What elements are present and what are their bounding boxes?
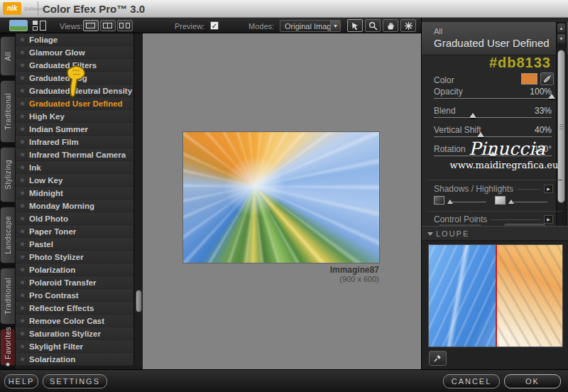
star-icon[interactable]: ★ bbox=[19, 48, 29, 56]
slider-track[interactable] bbox=[434, 98, 552, 99]
star-icon[interactable]: ★ bbox=[19, 125, 29, 133]
loupe-image[interactable] bbox=[428, 244, 563, 347]
star-icon[interactable]: ★ bbox=[19, 87, 29, 94]
pointing-hand-graphic bbox=[65, 65, 87, 99]
loupe-header[interactable]: LOUPE bbox=[422, 226, 568, 241]
star-icon[interactable]: ★ bbox=[19, 291, 29, 299]
filter-item-skylight-filter[interactable]: ★Skylight Filter bbox=[16, 340, 133, 353]
tab-stylizing[interactable]: Stylizing bbox=[0, 147, 15, 202]
filter-item-foliage[interactable]: ★Foliage bbox=[16, 33, 133, 46]
filter-item-infrared-film[interactable]: ★Infrared Film bbox=[16, 136, 133, 148]
star-icon[interactable]: ★ bbox=[19, 61, 29, 69]
select-arrow-tool-button[interactable] bbox=[347, 19, 363, 32]
slider-handle[interactable] bbox=[469, 113, 476, 118]
eyedropper-button[interactable] bbox=[540, 72, 554, 85]
filter-item-solarization[interactable]: ★Solarization bbox=[16, 353, 133, 366]
filter-item-old-photo[interactable]: ★Old Photo bbox=[16, 212, 133, 225]
star-icon[interactable]: ★ bbox=[19, 36, 29, 43]
image-thumbnail-icon[interactable] bbox=[9, 20, 28, 31]
filter-item-ink[interactable]: ★Ink bbox=[16, 161, 133, 174]
star-icon[interactable]: ★ bbox=[19, 189, 29, 197]
filter-item-low-key[interactable]: ★Low Key bbox=[16, 174, 133, 187]
shadows-expand-icon[interactable]: ▶ bbox=[544, 185, 553, 193]
star-icon[interactable]: ★ bbox=[19, 253, 29, 261]
star-icon[interactable]: ★ bbox=[19, 304, 29, 312]
tab-landscape[interactable]: Landscape bbox=[0, 207, 15, 263]
star-icon[interactable]: ★ bbox=[19, 163, 29, 171]
slider-track[interactable] bbox=[434, 117, 552, 118]
ok-button[interactable]: OK bbox=[504, 374, 561, 388]
settings-button[interactable]: SETTINGS bbox=[43, 374, 107, 388]
preview-checkbox[interactable]: ✓ bbox=[210, 21, 219, 30]
star-icon[interactable]: ★ bbox=[19, 138, 29, 146]
filter-item-monday-morning[interactable]: ★Monday Morning bbox=[16, 200, 133, 212]
slider-handle[interactable] bbox=[477, 132, 484, 137]
shadows-highlights-label: Shadows / Highlights bbox=[434, 184, 517, 194]
filter-item-midnight[interactable]: ★Midnight bbox=[16, 187, 133, 200]
star-icon[interactable]: ★ bbox=[19, 99, 29, 107]
filter-item-high-key[interactable]: ★High Key bbox=[16, 110, 133, 123]
zoom-tool-button[interactable] bbox=[365, 19, 381, 32]
tab-traditional[interactable]: Traditional bbox=[0, 80, 15, 143]
watermark-name: Pinuccia bbox=[450, 138, 564, 159]
view-mode-buttons bbox=[83, 20, 133, 31]
control-points-expand-icon[interactable]: ▶ bbox=[544, 215, 553, 224]
filter-list-scrollbar-thumb[interactable] bbox=[136, 290, 142, 312]
layout-grid-icon[interactable] bbox=[33, 21, 47, 31]
star-icon[interactable]: ★ bbox=[19, 227, 29, 235]
star-icon[interactable]: ★ bbox=[19, 317, 29, 325]
pan-hand-tool-button[interactable] bbox=[383, 19, 398, 32]
single-view-button[interactable] bbox=[83, 20, 99, 31]
filter-item-indian-summer[interactable]: ★Indian Summer bbox=[16, 123, 133, 136]
filter-item-reflector-effects[interactable]: ★Reflector Effects bbox=[16, 302, 133, 315]
footer-bar: HELP SETTINGS CANCEL OK bbox=[0, 369, 568, 392]
side-by-side-view-button[interactable] bbox=[117, 20, 133, 31]
compare-light-tool-button[interactable] bbox=[400, 19, 416, 32]
collapse-triangle-icon bbox=[427, 232, 433, 236]
chevron-down-icon[interactable]: ▼ bbox=[330, 21, 340, 31]
control-points-section: Control Points ▶ bbox=[422, 214, 568, 224]
split-view-button[interactable] bbox=[100, 20, 116, 31]
modes-dropdown[interactable]: Original Image ▼ bbox=[280, 20, 341, 32]
filter-item-paper-toner[interactable]: ★Paper Toner bbox=[16, 225, 133, 238]
filter-item-polarization[interactable]: ★Polarization bbox=[16, 263, 133, 276]
slider-handle[interactable] bbox=[548, 94, 555, 99]
star-icon[interactable]: ★ bbox=[19, 202, 29, 209]
filter-item-pastel[interactable]: ★Pastel bbox=[16, 238, 133, 251]
filter-list-scrollbar[interactable] bbox=[133, 33, 143, 366]
help-button[interactable]: HELP bbox=[4, 374, 38, 388]
tab-traditional[interactable]: Traditional bbox=[0, 268, 15, 325]
star-icon[interactable]: ★ bbox=[19, 112, 29, 120]
slider-track[interactable] bbox=[434, 136, 552, 137]
tab-all[interactable]: All bbox=[0, 36, 15, 76]
color-swatch[interactable] bbox=[521, 73, 537, 85]
modes-dropdown-value: Original Image bbox=[285, 22, 336, 31]
filter-item-remove-color-cast[interactable]: ★Remove Color Cast bbox=[16, 315, 133, 327]
preview-image[interactable] bbox=[183, 132, 379, 263]
cancel-button[interactable]: CANCEL bbox=[443, 374, 500, 388]
filter-item-label: Glamour Glow bbox=[29, 48, 85, 57]
filter-item-saturation-stylizer[interactable]: ★Saturation Stylizer bbox=[16, 327, 133, 340]
scroll-up-icon[interactable]: ▲ bbox=[557, 23, 565, 33]
star-icon[interactable]: ★ bbox=[19, 151, 29, 158]
filter-item-glamour-glow[interactable]: ★Glamour Glow bbox=[16, 46, 133, 59]
views-label: Views: bbox=[60, 22, 82, 31]
star-icon[interactable]: ★ bbox=[19, 266, 29, 273]
tab-favorites[interactable]: Favorites★ bbox=[0, 329, 15, 366]
scroll-down-icon[interactable]: ▼ bbox=[557, 34, 565, 43]
star-icon[interactable]: ★ bbox=[19, 240, 29, 248]
tab-label: All bbox=[4, 52, 12, 61]
star-icon[interactable]: ★ bbox=[19, 330, 29, 337]
star-icon[interactable]: ★ bbox=[19, 342, 29, 350]
settings-panel: All Graduated User Defined ▲ ▼ #db8133 C… bbox=[421, 18, 568, 369]
star-icon[interactable]: ★ bbox=[19, 278, 29, 286]
filter-item-infrared-thermal-camera[interactable]: ★Infrared Thermal Camera bbox=[16, 148, 133, 161]
filter-item-pro-contrast[interactable]: ★Pro Contrast bbox=[16, 289, 133, 302]
star-icon[interactable]: ★ bbox=[19, 74, 29, 82]
star-icon[interactable]: ★ bbox=[19, 176, 29, 184]
filter-item-photo-stylizer[interactable]: ★Photo Stylizer bbox=[16, 251, 133, 263]
loupe-pin-button[interactable] bbox=[429, 351, 447, 366]
filter-item-polaroid-transfer[interactable]: ★Polaroid Transfer bbox=[16, 276, 133, 289]
star-icon[interactable]: ★ bbox=[19, 355, 29, 363]
star-icon[interactable]: ★ bbox=[19, 214, 29, 222]
